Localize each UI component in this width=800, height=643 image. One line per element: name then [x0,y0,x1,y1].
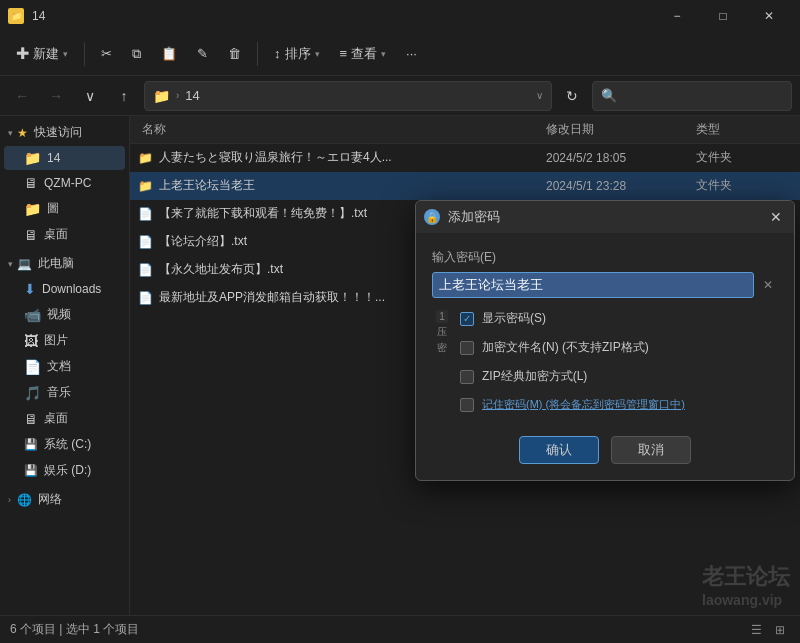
remember-password-checkbox[interactable] [460,398,474,412]
show-password-checkbox[interactable]: ✓ [460,312,474,326]
dialog-icon: 🔒 [424,209,440,225]
clear-input-button[interactable]: ✕ [758,275,778,295]
dialog-title-left: 🔒 添加密码 [424,208,500,226]
hint-2: 压 [437,325,447,339]
classic-encrypt-checkbox[interactable] [460,370,474,384]
hint-3: 密 [437,341,447,355]
dialog-body: 输入密码(E) ✕ 1 压 密 ✓ 显示密码(S) [416,233,794,480]
show-password-label: 显示密码(S) [482,310,546,327]
encrypt-filename-checkbox[interactable] [460,341,474,355]
dialog-close-button[interactable]: ✕ [766,207,786,227]
password-input-row: ✕ [432,272,778,298]
hint-1: 1 [436,310,448,323]
remember-password-row: 记住密码(M) (将会备忘到密码管理窗口中) [460,397,778,412]
password-label: 输入密码(E) [432,249,778,266]
classic-encrypt-label: ZIP经典加密方式(L) [482,368,587,385]
show-password-row: ✓ 显示密码(S) [460,310,778,327]
dialog-title-text: 添加密码 [448,208,500,226]
encrypt-filename-row: 加密文件名(N) (不支持ZIP格式) [460,339,778,356]
lock-icon: 🔒 [426,212,438,223]
dialog-title-bar: 🔒 添加密码 ✕ [416,201,794,233]
encrypt-filename-label: 加密文件名(N) (不支持ZIP格式) [482,339,649,356]
dialog-overlay: 🔒 添加密码 ✕ 输入密码(E) ✕ 1 压 密 ✓ [0,0,800,643]
remember-password-label[interactable]: 记住密码(M) (将会备忘到密码管理窗口中) [482,397,685,412]
cancel-button[interactable]: 取消 [611,436,691,464]
classic-encrypt-row: ZIP经典加密方式(L) [460,368,778,385]
confirm-button[interactable]: 确认 [519,436,599,464]
dialog-buttons: 确认 取消 [432,436,778,464]
password-input[interactable] [432,272,754,298]
password-dialog: 🔒 添加密码 ✕ 输入密码(E) ✕ 1 压 密 ✓ [415,200,795,481]
